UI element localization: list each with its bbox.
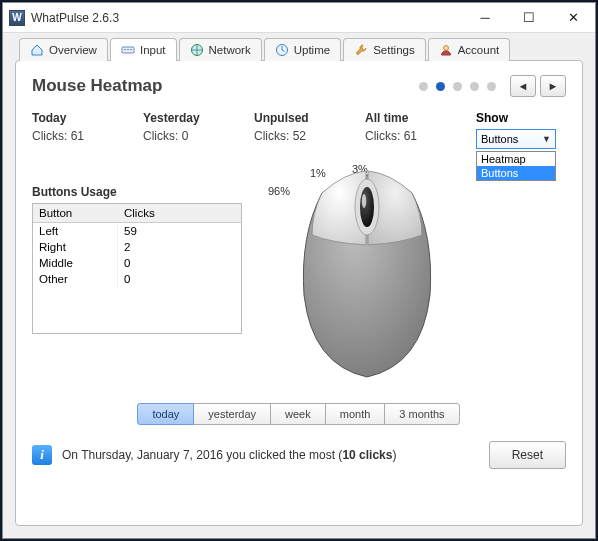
tab-account[interactable]: Account (428, 38, 511, 61)
col-button[interactable]: Button (33, 204, 118, 222)
mouse-diagram: 96% 1% 3% (252, 185, 566, 385)
cell-button: Other (33, 271, 118, 287)
tab-input[interactable]: Input (110, 38, 177, 61)
tab-label: Settings (373, 44, 415, 56)
table-row[interactable]: Right 2 (33, 239, 241, 255)
tab-uptime[interactable]: Uptime (264, 38, 341, 61)
show-option-heatmap[interactable]: Heatmap (477, 152, 555, 166)
stat-today-label: Today (32, 111, 143, 125)
range-week[interactable]: week (270, 403, 326, 425)
minimize-button[interactable]: ─ (463, 4, 507, 32)
tab-overview[interactable]: Overview (19, 38, 108, 61)
app-icon: W (9, 10, 25, 26)
cell-clicks: 59 (118, 223, 241, 239)
stat-yesterday-label: Yesterday (143, 111, 254, 125)
table-row[interactable]: Middle 0 (33, 255, 241, 271)
home-icon (30, 43, 44, 57)
svg-point-8 (360, 187, 374, 227)
info-bold: 10 clicks (342, 448, 392, 462)
show-selected: Buttons (481, 133, 518, 145)
cell-clicks: 2 (118, 239, 241, 255)
tab-label: Overview (49, 44, 97, 56)
app-window: W WhatPulse 2.6.3 ─ ☐ ✕ Overview Input (2, 2, 596, 539)
time-range-bar: today yesterday week month 3 months (32, 403, 566, 425)
tab-label: Network (209, 44, 251, 56)
cell-button: Middle (33, 255, 118, 271)
show-option-buttons[interactable]: Buttons (477, 166, 555, 180)
usage-table: Button Clicks Left 59 Right 2 Middle (32, 203, 242, 334)
user-icon (439, 43, 453, 57)
show-dropdown: Heatmap Buttons (476, 151, 556, 181)
dot-2[interactable] (453, 82, 462, 91)
cell-clicks: 0 (118, 255, 241, 271)
range-yesterday[interactable]: yesterday (193, 403, 271, 425)
cell-clicks: 0 (118, 271, 241, 287)
globe-icon (190, 43, 204, 57)
reset-button[interactable]: Reset (489, 441, 566, 469)
tab-label: Uptime (294, 44, 330, 56)
clock-icon (275, 43, 289, 57)
stat-unpulsed-value: Clicks: 52 (254, 129, 365, 143)
info-icon: i (32, 445, 52, 465)
tab-label: Account (458, 44, 500, 56)
stat-yesterday-value: Clicks: 0 (143, 129, 254, 143)
stat-today-value: Clicks: 61 (32, 129, 143, 143)
info-post: ) (392, 448, 396, 462)
prev-button[interactable]: ◄ (510, 75, 536, 97)
dot-4[interactable] (487, 82, 496, 91)
dot-0[interactable] (419, 82, 428, 91)
table-row[interactable]: Left 59 (33, 223, 241, 239)
info-pre: On Thursday, January 7, 2016 you clicked… (62, 448, 342, 462)
stat-alltime-value: Clicks: 61 (365, 129, 476, 143)
main-panel: Mouse Heatmap ◄ ► Today Clicks: 61 (15, 60, 583, 526)
maximize-button[interactable]: ☐ (507, 4, 551, 32)
client-area: Overview Input Network Uptime (3, 33, 595, 538)
tab-network[interactable]: Network (179, 38, 262, 61)
keyboard-icon (121, 43, 135, 57)
dot-3[interactable] (470, 82, 479, 91)
show-label: Show (476, 111, 566, 125)
cell-button: Right (33, 239, 118, 255)
tab-settings[interactable]: Settings (343, 38, 426, 61)
cell-button: Left (33, 223, 118, 239)
svg-rect-1 (124, 49, 126, 50)
stat-alltime-label: All time (365, 111, 476, 125)
window-title: WhatPulse 2.6.3 (31, 11, 463, 25)
col-clicks[interactable]: Clicks (118, 204, 241, 222)
dot-1[interactable] (436, 82, 445, 91)
info-text: On Thursday, January 7, 2016 you clicked… (62, 448, 479, 462)
svg-rect-3 (130, 49, 132, 50)
chevron-down-icon: ▼ (542, 134, 551, 144)
svg-rect-2 (127, 49, 129, 50)
next-button[interactable]: ► (540, 75, 566, 97)
tab-bar: Overview Input Network Uptime (15, 37, 583, 60)
titlebar: W WhatPulse 2.6.3 ─ ☐ ✕ (3, 3, 595, 33)
range-3months[interactable]: 3 months (384, 403, 459, 425)
page-dots[interactable] (419, 82, 496, 91)
usage-title: Buttons Usage (32, 185, 242, 199)
range-today[interactable]: today (137, 403, 194, 425)
tab-label: Input (140, 44, 166, 56)
svg-point-9 (362, 194, 366, 208)
mouse-icon (282, 165, 452, 385)
wrench-icon (354, 43, 368, 57)
show-combobox[interactable]: Buttons ▼ (476, 129, 556, 149)
page-title: Mouse Heatmap (32, 76, 419, 96)
svg-point-6 (443, 46, 448, 51)
table-row[interactable]: Other 0 (33, 271, 241, 287)
close-button[interactable]: ✕ (551, 4, 595, 32)
range-month[interactable]: month (325, 403, 386, 425)
stat-unpulsed-label: Unpulsed (254, 111, 365, 125)
